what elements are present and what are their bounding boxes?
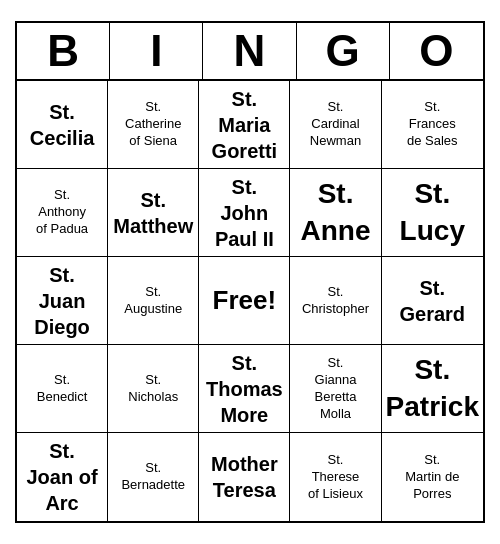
cell-text: St. Joan of Arc — [27, 438, 98, 516]
cell-text: St. Anthony of Padua — [36, 187, 88, 238]
cell-text: St. Therese of Lisieux — [308, 452, 363, 503]
bingo-cell: St. Anne — [290, 169, 381, 257]
bingo-cell: St. John Paul II — [199, 169, 290, 257]
bingo-grid: St. CeciliaSt. Catherine of SienaSt. Mar… — [17, 81, 483, 521]
bingo-cell: St. Cecilia — [17, 81, 108, 169]
bingo-cell: Free! — [199, 257, 290, 345]
bingo-cell: St. Cardinal Newman — [290, 81, 381, 169]
cell-text: St. Lucy — [400, 176, 465, 249]
cell-text: St. Frances de Sales — [407, 99, 458, 150]
cell-text: St. Catherine of Siena — [125, 99, 181, 150]
bingo-card: BINGO St. CeciliaSt. Catherine of SienaS… — [15, 21, 485, 523]
header-letter: G — [297, 23, 390, 79]
cell-text: St. Gianna Beretta Molla — [315, 355, 357, 423]
cell-text: St. Cardinal Newman — [310, 99, 361, 150]
cell-text: St. Maria Goretti — [212, 86, 278, 164]
cell-text: St. Thomas More — [206, 350, 283, 428]
bingo-cell: St. Anthony of Padua — [17, 169, 108, 257]
cell-text: St. Nicholas — [128, 372, 178, 406]
bingo-cell: St. Maria Goretti — [199, 81, 290, 169]
cell-text: St. Patrick — [386, 352, 479, 425]
bingo-cell: St. Catherine of Siena — [108, 81, 199, 169]
cell-text: St. Bernadette — [121, 460, 185, 494]
cell-text: St. Benedict — [37, 372, 88, 406]
bingo-cell: St. Joan of Arc — [17, 433, 108, 521]
header-letter: I — [110, 23, 203, 79]
cell-text: St. Juan Diego — [34, 262, 90, 340]
cell-text: St. Anne — [301, 176, 371, 249]
bingo-cell: St. Augustine — [108, 257, 199, 345]
bingo-cell: Mother Teresa — [199, 433, 290, 521]
bingo-cell: St. Patrick — [382, 345, 483, 433]
bingo-cell: St. Benedict — [17, 345, 108, 433]
bingo-cell: St. Matthew — [108, 169, 199, 257]
header-letter: N — [203, 23, 296, 79]
cell-text: St. John Paul II — [215, 174, 274, 252]
bingo-cell: St. Juan Diego — [17, 257, 108, 345]
bingo-cell: St. Nicholas — [108, 345, 199, 433]
cell-text: St. Gerard — [400, 275, 466, 327]
header-letter: B — [17, 23, 110, 79]
header-letter: O — [390, 23, 483, 79]
bingo-cell: St. Gianna Beretta Molla — [290, 345, 381, 433]
bingo-cell: St. Gerard — [382, 257, 483, 345]
bingo-cell: St. Frances de Sales — [382, 81, 483, 169]
bingo-cell: St. Therese of Lisieux — [290, 433, 381, 521]
bingo-cell: St. Thomas More — [199, 345, 290, 433]
cell-text: St. Christopher — [302, 284, 369, 318]
cell-text: Free! — [213, 284, 277, 318]
cell-text: St. Augustine — [124, 284, 182, 318]
bingo-header: BINGO — [17, 23, 483, 81]
cell-text: Mother Teresa — [211, 451, 278, 503]
cell-text: St. Cecilia — [30, 99, 94, 151]
bingo-cell: St. Bernadette — [108, 433, 199, 521]
bingo-cell: St. Lucy — [382, 169, 483, 257]
cell-text: St. Matthew — [113, 187, 193, 239]
bingo-cell: St. Christopher — [290, 257, 381, 345]
cell-text: St. Martin de Porres — [405, 452, 459, 503]
bingo-cell: St. Martin de Porres — [382, 433, 483, 521]
